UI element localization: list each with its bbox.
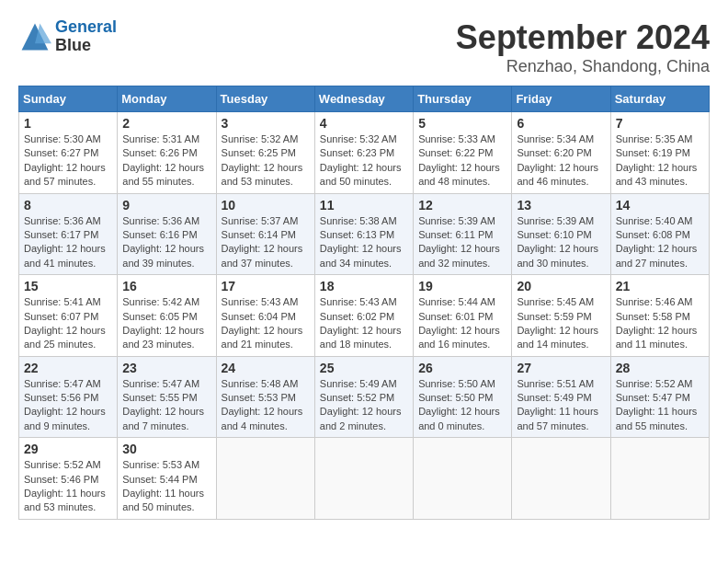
logo-icon	[18, 20, 51, 53]
day-number: 27	[517, 361, 605, 375]
day-number: 8	[24, 198, 112, 213]
week-row-2: 8Sunrise: 5:36 AM Sunset: 6:17 PM Daylig…	[19, 193, 710, 275]
calendar-cell: 28Sunrise: 5:52 AM Sunset: 5:47 PM Dayli…	[610, 356, 709, 438]
day-number: 23	[122, 361, 210, 375]
day-info: Sunrise: 5:33 AM Sunset: 6:22 PM Dayligh…	[418, 132, 506, 190]
calendar-cell: 30Sunrise: 5:53 AM Sunset: 5:44 PM Dayli…	[118, 438, 216, 520]
day-info: Sunrise: 5:42 AM Sunset: 6:05 PM Dayligh…	[122, 295, 210, 352]
day-info: Sunrise: 5:46 AM Sunset: 5:58 PM Dayligh…	[616, 295, 704, 352]
day-number: 16	[122, 279, 210, 293]
calendar-cell: 26Sunrise: 5:50 AM Sunset: 5:50 PM Dayli…	[414, 356, 512, 438]
day-info: Sunrise: 5:32 AM Sunset: 6:23 PM Dayligh…	[320, 132, 408, 190]
calendar-cell: 23Sunrise: 5:47 AM Sunset: 5:55 PM Dayli…	[118, 356, 216, 438]
calendar-cell: 12Sunrise: 5:39 AM Sunset: 6:11 PM Dayli…	[414, 193, 512, 275]
day-info: Sunrise: 5:30 AM Sunset: 6:27 PM Dayligh…	[24, 132, 112, 190]
day-number: 15	[24, 279, 112, 293]
day-number: 1	[24, 116, 112, 131]
day-info: Sunrise: 5:52 AM Sunset: 5:47 PM Dayligh…	[616, 377, 704, 434]
calendar-cell: 29Sunrise: 5:52 AM Sunset: 5:46 PM Dayli…	[19, 438, 118, 520]
calendar-cell: 19Sunrise: 5:44 AM Sunset: 6:01 PM Dayli…	[414, 275, 512, 357]
day-info: Sunrise: 5:35 AM Sunset: 6:19 PM Dayligh…	[616, 132, 704, 190]
day-info: Sunrise: 5:47 AM Sunset: 5:56 PM Dayligh…	[24, 377, 112, 434]
day-info: Sunrise: 5:34 AM Sunset: 6:20 PM Dayligh…	[517, 132, 605, 190]
calendar-cell: 17Sunrise: 5:43 AM Sunset: 6:04 PM Dayli…	[216, 275, 314, 357]
week-row-4: 22Sunrise: 5:47 AM Sunset: 5:56 PM Dayli…	[19, 356, 710, 438]
calendar-cell: 14Sunrise: 5:40 AM Sunset: 6:08 PM Dayli…	[610, 193, 709, 275]
day-info: Sunrise: 5:32 AM Sunset: 6:25 PM Dayligh…	[222, 132, 310, 190]
day-number: 11	[320, 198, 408, 213]
header-monday: Monday	[118, 86, 216, 112]
day-info: Sunrise: 5:51 AM Sunset: 5:49 PM Dayligh…	[517, 377, 605, 434]
calendar-cell: 3Sunrise: 5:32 AM Sunset: 6:25 PM Daylig…	[216, 112, 314, 194]
day-number: 18	[320, 279, 408, 293]
day-info: Sunrise: 5:49 AM Sunset: 5:52 PM Dayligh…	[320, 377, 408, 434]
day-number: 25	[320, 361, 408, 375]
header-tuesday: Tuesday	[216, 86, 314, 112]
calendar-cell: 9Sunrise: 5:36 AM Sunset: 6:16 PM Daylig…	[118, 193, 216, 275]
day-number: 10	[222, 198, 310, 213]
day-number: 30	[122, 442, 210, 456]
day-info: Sunrise: 5:45 AM Sunset: 5:59 PM Dayligh…	[517, 295, 605, 352]
calendar-cell: 7Sunrise: 5:35 AM Sunset: 6:19 PM Daylig…	[610, 112, 709, 194]
week-row-3: 15Sunrise: 5:41 AM Sunset: 6:07 PM Dayli…	[19, 275, 710, 357]
header-friday: Friday	[512, 86, 610, 112]
day-info: Sunrise: 5:47 AM Sunset: 5:55 PM Dayligh…	[122, 377, 210, 434]
day-number: 2	[122, 116, 210, 131]
calendar-cell	[610, 438, 709, 520]
day-number: 22	[24, 361, 112, 375]
day-info: Sunrise: 5:44 AM Sunset: 6:01 PM Dayligh…	[418, 295, 506, 352]
header-row: SundayMondayTuesdayWednesdayThursdayFrid…	[19, 86, 710, 112]
page-header: General Blue September 2024 Renzhao, Sha…	[18, 18, 710, 76]
day-number: 24	[222, 361, 310, 375]
header-thursday: Thursday	[414, 86, 512, 112]
day-number: 6	[517, 116, 605, 131]
day-number: 5	[418, 116, 506, 131]
day-number: 29	[24, 442, 112, 456]
calendar-cell: 20Sunrise: 5:45 AM Sunset: 5:59 PM Dayli…	[512, 275, 610, 357]
calendar-cell: 10Sunrise: 5:37 AM Sunset: 6:14 PM Dayli…	[216, 193, 314, 275]
calendar-table: SundayMondayTuesdayWednesdayThursdayFrid…	[18, 86, 710, 520]
calendar-cell: 8Sunrise: 5:36 AM Sunset: 6:17 PM Daylig…	[19, 193, 118, 275]
month-title: September 2024	[456, 18, 710, 57]
day-info: Sunrise: 5:40 AM Sunset: 6:08 PM Dayligh…	[616, 214, 704, 271]
day-info: Sunrise: 5:52 AM Sunset: 5:46 PM Dayligh…	[24, 458, 112, 515]
day-number: 28	[616, 361, 704, 375]
calendar-cell	[216, 438, 314, 520]
calendar-cell: 6Sunrise: 5:34 AM Sunset: 6:20 PM Daylig…	[512, 112, 610, 194]
day-number: 12	[418, 198, 506, 213]
calendar-cell: 13Sunrise: 5:39 AM Sunset: 6:10 PM Dayli…	[512, 193, 610, 275]
calendar-cell: 1Sunrise: 5:30 AM Sunset: 6:27 PM Daylig…	[19, 112, 118, 194]
day-number: 7	[616, 116, 704, 131]
day-info: Sunrise: 5:39 AM Sunset: 6:10 PM Dayligh…	[517, 214, 605, 271]
day-info: Sunrise: 5:50 AM Sunset: 5:50 PM Dayligh…	[418, 377, 506, 434]
header-sunday: Sunday	[19, 86, 118, 112]
day-number: 21	[616, 279, 704, 293]
day-info: Sunrise: 5:36 AM Sunset: 6:16 PM Dayligh…	[122, 214, 210, 271]
calendar-cell: 22Sunrise: 5:47 AM Sunset: 5:56 PM Dayli…	[19, 356, 118, 438]
header-saturday: Saturday	[610, 86, 709, 112]
day-number: 3	[222, 116, 310, 131]
day-info: Sunrise: 5:37 AM Sunset: 6:14 PM Dayligh…	[222, 214, 310, 271]
day-number: 14	[616, 198, 704, 213]
day-info: Sunrise: 5:43 AM Sunset: 6:04 PM Dayligh…	[222, 295, 310, 352]
calendar-cell: 16Sunrise: 5:42 AM Sunset: 6:05 PM Dayli…	[118, 275, 216, 357]
calendar-cell: 27Sunrise: 5:51 AM Sunset: 5:49 PM Dayli…	[512, 356, 610, 438]
calendar-cell: 18Sunrise: 5:43 AM Sunset: 6:02 PM Dayli…	[314, 275, 413, 357]
day-info: Sunrise: 5:43 AM Sunset: 6:02 PM Dayligh…	[320, 295, 408, 352]
location-title: Renzhao, Shandong, China	[456, 57, 710, 76]
header-wednesday: Wednesday	[314, 86, 413, 112]
week-row-5: 29Sunrise: 5:52 AM Sunset: 5:46 PM Dayli…	[19, 438, 710, 520]
day-info: Sunrise: 5:48 AM Sunset: 5:53 PM Dayligh…	[222, 377, 310, 434]
day-number: 13	[517, 198, 605, 213]
day-info: Sunrise: 5:53 AM Sunset: 5:44 PM Dayligh…	[122, 458, 210, 515]
svg-marker-1	[35, 23, 51, 43]
calendar-cell: 2Sunrise: 5:31 AM Sunset: 6:26 PM Daylig…	[118, 112, 216, 194]
calendar-cell: 11Sunrise: 5:38 AM Sunset: 6:13 PM Dayli…	[314, 193, 413, 275]
calendar-cell: 15Sunrise: 5:41 AM Sunset: 6:07 PM Dayli…	[19, 275, 118, 357]
calendar-cell: 21Sunrise: 5:46 AM Sunset: 5:58 PM Dayli…	[610, 275, 709, 357]
calendar-cell: 4Sunrise: 5:32 AM Sunset: 6:23 PM Daylig…	[314, 112, 413, 194]
day-number: 19	[418, 279, 506, 293]
title-block: September 2024 Renzhao, Shandong, China	[456, 18, 710, 76]
day-info: Sunrise: 5:36 AM Sunset: 6:17 PM Dayligh…	[24, 214, 112, 271]
day-number: 26	[418, 361, 506, 375]
